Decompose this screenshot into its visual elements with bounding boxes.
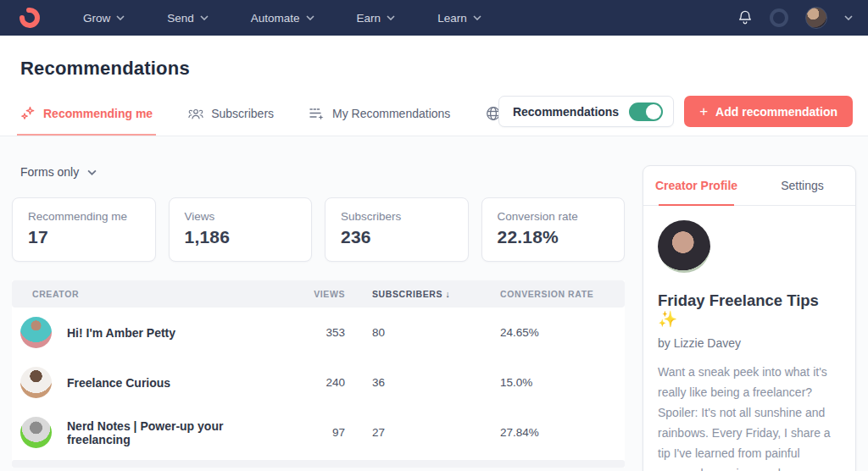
chevron-down-icon [306,15,314,20]
page-header: Recommendations Recommending me [0,36,868,136]
panel-tab-creator-profile[interactable]: Creator Profile [643,166,749,205]
conversion-value: 27.84% [468,426,616,439]
forms-only-dropdown[interactable]: Forms only [20,165,96,179]
column-header-conversion-rate[interactable]: Conversion rate [468,289,616,299]
creator-name: Nerd Notes | Power-up your freelancing [67,419,286,446]
stat-card-recommending-me: Recommending me 17 [12,197,156,262]
tab-label: Recommending me [43,107,153,120]
progress-ring-icon[interactable] [770,8,788,27]
people-icon [188,106,203,121]
subscribers-value: 36 [345,376,468,389]
stat-label: Views [185,210,297,223]
add-button-label: Add recommendation [715,105,837,119]
tab-my-recommendations[interactable]: My Recommendations [309,106,450,136]
stat-value: 1,186 [185,227,297,247]
sparkles-icon [20,106,36,121]
table-footer-strip [12,460,625,468]
chevron-down-icon [473,15,481,20]
brand-logo-icon[interactable] [19,7,41,29]
panel-body: Friday Freelance Tips ✨ by Lizzie Davey … [643,206,855,471]
stat-card-views: Views 1,186 [169,197,313,262]
chevron-down-icon [387,15,395,20]
nav-menu-grow[interactable]: Grow [83,12,125,25]
toggle-label: Recommendations [513,105,619,119]
panel-tab-settings[interactable]: Settings [749,166,855,205]
creator-cell: Hi! I'm Amber Petty [20,317,286,348]
account-chevron-down-icon[interactable] [844,15,853,20]
recommendations-toggle-card: Recommendations [498,96,674,127]
table-header-row: Creator Views Subscribers ↓ Conversion r… [12,280,625,308]
nav-right-cluster [737,7,853,29]
views-value: 97 [286,426,345,439]
toggle-knob [646,104,661,119]
nav-menu-label: Send [167,12,194,25]
chevron-down-icon [87,169,96,175]
creator-profile-description: Want a sneak peek into what it's really … [658,362,841,471]
tab-label: Subscribers [211,107,274,120]
table-row[interactable]: Freelance Curious 240 36 15.0% [12,357,625,407]
creator-cell: Nerd Notes | Power-up your freelancing [20,417,286,448]
add-recommendation-button[interactable]: + Add recommendation [684,96,853,127]
page-title: Recommendations [0,36,868,80]
notifications-bell-icon[interactable] [737,9,753,26]
column-header-creator[interactable]: Creator [32,289,286,299]
user-avatar[interactable] [805,7,827,29]
column-header-subscribers-sorted[interactable]: Subscribers ↓ [345,289,468,299]
creator-profile-title: Friday Freelance Tips ✨ [658,291,841,329]
creators-table: Creator Views Subscribers ↓ Conversion r… [12,280,625,468]
column-header-views[interactable]: Views [286,289,345,299]
left-column: Forms only Recommending me 17 Views 1,18… [12,136,625,468]
stats-row: Recommending me 17 Views 1,186 Subscribe… [12,197,625,262]
tab-recommending-me[interactable]: Recommending me [20,106,153,136]
table-row[interactable]: Hi! I'm Amber Petty 353 80 24.65% [12,308,625,357]
creator-avatar [20,417,52,448]
subscribers-value: 80 [345,326,468,339]
creator-profile-byline: by Lizzie Davey [658,336,841,350]
views-value: 240 [286,376,345,389]
plus-icon: + [699,104,708,119]
table-row[interactable]: Nerd Notes | Power-up your freelancing 9… [12,407,625,457]
nav-menu-automate[interactable]: Automate [251,12,314,25]
filter-label: Forms only [20,165,79,179]
nav-menu-label: Earn [357,12,381,25]
nav-menu-learn[interactable]: Learn [437,12,481,25]
creator-profile-avatar [658,220,710,273]
list-sparkle-icon [309,106,325,121]
chevron-down-icon [116,15,125,20]
nav-menu-label: Learn [437,12,467,25]
creator-name: Hi! I'm Amber Petty [67,326,175,340]
tab-subscribers[interactable]: Subscribers [188,106,274,136]
stat-card-conversion-rate: Conversion rate 22.18% [481,197,626,262]
creator-cell: Freelance Curious [20,367,286,398]
creator-avatar [20,367,52,398]
subscribers-value: 27 [345,426,468,439]
conversion-value: 24.65% [468,326,616,339]
stat-label: Subscribers [341,210,453,223]
stat-value: 236 [341,227,453,247]
tabs-row: Recommending me Subscribers [20,106,555,136]
stat-label: Recommending me [28,210,140,223]
chevron-down-icon [200,15,209,20]
stat-value: 17 [28,227,140,247]
stat-card-subscribers: Subscribers 236 [325,197,469,262]
nav-menu-label: Grow [83,12,110,25]
stat-label: Conversion rate [498,210,609,223]
panel-tabs: Creator Profile Settings [643,166,855,206]
conversion-value: 15.0% [468,376,616,389]
nav-menu-label: Automate [251,12,300,25]
nav-menu-send[interactable]: Send [167,12,209,25]
recommendations-toggle-switch[interactable] [629,103,663,121]
tab-label: My Recommendations [332,107,450,120]
nav-menus: Grow Send Automate Earn Learn [83,12,481,25]
header-controls: Recommendations + Add recommendation [498,96,853,127]
top-navigation: Grow Send Automate Earn Learn [0,0,868,36]
creator-profile-panel: Creator Profile Settings Friday Freelanc… [643,165,856,471]
nav-menu-earn[interactable]: Earn [357,12,396,25]
stat-value: 22.18% [498,227,609,247]
views-value: 353 [286,326,345,339]
creator-name: Freelance Curious [67,376,170,390]
creator-avatar [20,317,52,348]
